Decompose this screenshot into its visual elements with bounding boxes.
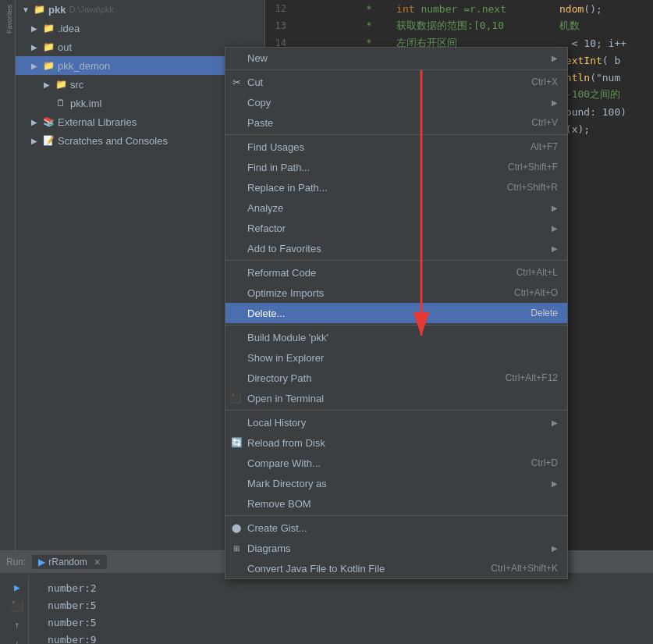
menu-label: Remove BOM: [247, 498, 558, 510]
menu-item-refactor[interactable]: Refactor ▶: [225, 218, 567, 238]
submenu-arrow: ▶: [552, 224, 558, 233]
menu-label: Delete...: [247, 308, 515, 319]
expand-arrow: ▼: [22, 5, 31, 14]
file-icon: 🗒: [55, 97, 67, 109]
close-tab-icon[interactable]: ✕: [94, 557, 101, 568]
menu-label: Convert Java File to Kotlin File: [247, 563, 475, 575]
line-number: 13: [265, 20, 293, 31]
menu-label: Cut: [247, 76, 516, 88]
menu-label: Show in Explorer: [247, 352, 558, 364]
menu-item-new[interactable]: New ▶: [225, 48, 567, 68]
menu-item-show-explorer[interactable]: Show in Explorer: [225, 347, 567, 368]
menu-separator: [225, 69, 567, 70]
expand-arrow: ▶: [31, 137, 41, 145]
menu-label: Optimize Imports: [247, 287, 499, 299]
menu-item-optimize[interactable]: Optimize Imports Ctrl+Alt+O: [225, 283, 567, 303]
run-tab[interactable]: ▶ rRandom ✕: [32, 555, 106, 569]
menu-item-copy[interactable]: Copy ▶: [225, 92, 567, 112]
sidebar-label: .idea: [58, 23, 80, 34]
menu-item-create-gist[interactable]: ⬤ Create Gist...: [225, 518, 567, 538]
menu-shortcut: Ctrl+Shift+F: [508, 162, 558, 173]
menu-item-compare-with[interactable]: Compare With... Ctrl+D: [225, 453, 567, 473]
menu-item-local-history[interactable]: Local History ▶: [225, 412, 567, 432]
sidebar-label: Scratches and Consoles: [58, 135, 168, 147]
expand-arrow: ▶: [31, 62, 41, 70]
submenu-arrow: ▶: [552, 54, 558, 62]
diagrams-icon: ⊞: [230, 544, 243, 553]
menu-label: Build Module 'pkk': [247, 332, 558, 343]
expand-arrow: ▶: [31, 24, 41, 33]
menu-item-find-usages[interactable]: Find Usages Alt+F7: [225, 137, 567, 157]
menu-item-mark-dir[interactable]: Mark Directory as ▶: [225, 473, 567, 493]
sidebar-item-idea[interactable]: ▶ 📁 .idea: [16, 19, 264, 37]
menu-label: Directory Path: [247, 372, 490, 384]
output-text: number:2: [48, 582, 97, 594]
menu-item-reload-disk[interactable]: 🔄 Reload from Disk: [225, 432, 567, 453]
sidebar-path: D:\Java\pkk: [69, 5, 113, 14]
run-stop-button[interactable]: ⬛: [9, 598, 25, 614]
menu-label: Refactor: [247, 222, 552, 234]
menu-separator: [225, 134, 567, 135]
menu-item-open-terminal[interactable]: ⬛ Open in Terminal: [225, 388, 567, 408]
menu-item-paste[interactable]: Paste Ctrl+V: [225, 112, 567, 133]
menu-shortcut: Ctrl+X: [531, 76, 558, 87]
sidebar-item-pkk-root[interactable]: ▼ 📁 pkk D:\Java\pkk: [16, 0, 264, 19]
folder-icon: 📁: [42, 41, 55, 53]
menu-shortcut: Ctrl+D: [531, 457, 558, 468]
menu-item-delete[interactable]: Delete... Delete: [225, 303, 567, 323]
menu-item-dir-path[interactable]: Directory Path Ctrl+Alt+F12: [225, 368, 567, 388]
menu-label: New: [247, 52, 552, 64]
cut-icon: ✂: [230, 76, 243, 88]
menu-item-add-favorites[interactable]: Add to Favorites ▶: [225, 238, 567, 258]
menu-item-find-path[interactable]: Find in Path... Ctrl+Shift+F: [225, 157, 567, 177]
run-tab-name: rRandom: [48, 557, 87, 568]
vertical-tabs: Favorites: [0, 0, 16, 644]
run-buttons: ▶ ⬛ ↑ ↓: [6, 576, 29, 644]
sidebar-label: pkk_demon: [58, 60, 110, 72]
folder-icon: 📁: [42, 59, 55, 72]
menu-item-remove-bom[interactable]: Remove BOM: [225, 493, 567, 514]
sidebar-label: out: [58, 41, 72, 53]
output-text: number:5: [48, 617, 97, 628]
menu-separator: [225, 410, 567, 411]
menu-separator: [225, 325, 567, 326]
menu-item-replace-path[interactable]: Replace in Path... Ctrl+Shift+R: [225, 177, 567, 197]
github-icon: ⬤: [230, 523, 243, 533]
submenu-arrow: ▶: [552, 544, 558, 553]
submenu-arrow: ▶: [552, 479, 558, 488]
menu-shortcut: Ctrl+Alt+O: [514, 287, 558, 298]
context-menu: New ▶ ✂ Cut Ctrl+X Copy ▶ Paste Ctrl+V F…: [225, 47, 568, 579]
folder-icon: 📁: [33, 3, 45, 16]
menu-label: Find Usages: [247, 141, 515, 153]
submenu-arrow: ▶: [552, 418, 558, 427]
menu-label: Paste: [247, 117, 516, 129]
terminal-icon: ⬛: [230, 393, 243, 404]
menu-item-cut[interactable]: ✂ Cut Ctrl+X: [225, 72, 567, 92]
run-output-line: number:5: [48, 614, 644, 631]
submenu-arrow: ▶: [552, 244, 558, 253]
menu-label: Create Gist...: [247, 522, 558, 534]
menu-item-convert-kotlin[interactable]: Convert Java File to Kotlin File Ctrl+Al…: [225, 558, 567, 578]
vtab-favorites[interactable]: Favorites: [0, 0, 15, 38]
menu-label: Find in Path...: [247, 162, 492, 173]
run-play-button[interactable]: ▶: [9, 579, 25, 595]
menu-item-analyze[interactable]: Analyze ▶: [225, 197, 567, 218]
menu-item-reformat[interactable]: Reformat Code Ctrl+Alt+L: [225, 262, 567, 283]
menu-item-build-module[interactable]: Build Module 'pkk': [225, 327, 567, 347]
run-scroll-up[interactable]: ↑: [9, 617, 25, 632]
run-output-line: number:5: [48, 596, 644, 614]
run-label: Run:: [6, 557, 26, 568]
submenu-arrow: ▶: [552, 98, 558, 107]
menu-shortcut: Ctrl+Alt+F12: [506, 372, 558, 383]
menu-item-diagrams[interactable]: ⊞ Diagrams ▶: [225, 538, 567, 558]
run-output: number:2 number:5 number:5 number:9: [44, 576, 647, 644]
menu-label: Compare With...: [247, 457, 516, 469]
run-content: ▶ ⬛ ↑ ↓ number:2 number:5 number:5 numbe…: [0, 573, 653, 644]
menu-label: Open in Terminal: [247, 393, 558, 404]
run-scroll-down[interactable]: ↓: [9, 635, 25, 644]
menu-label: Add to Favorites: [247, 243, 552, 254]
output-text: number:9: [48, 634, 97, 645]
folder-icon: 📁: [55, 78, 67, 91]
expand-arrow: ▶: [31, 43, 41, 52]
menu-shortcut: Delete: [531, 308, 558, 318]
